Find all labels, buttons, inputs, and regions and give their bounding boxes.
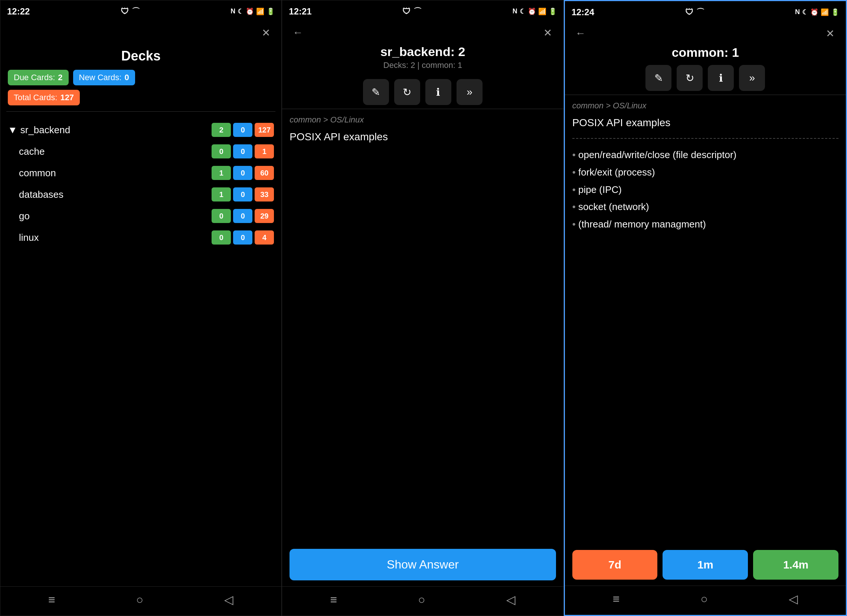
count-due-sr-backend: 2: [212, 123, 231, 137]
screen-decks: 12:22 🛡 ⌒ N ☾ ⏰ 📶 🔋 ✕ Decks Due C: [0, 0, 282, 616]
info-btn-2[interactable]: ℹ: [425, 79, 452, 105]
time-2: 12:21: [289, 6, 311, 17]
deck-item-databases[interactable]: databases 1 0 33: [8, 184, 274, 205]
info-btn-3[interactable]: ℹ: [708, 65, 734, 91]
card-separator-3: [565, 94, 846, 95]
shield-icon: 🛡: [121, 7, 129, 16]
new-cards-badge[interactable]: New Cards: 0: [73, 70, 135, 85]
alarm-icon-2: ⏰: [528, 7, 536, 16]
due-cards-count: 2: [58, 73, 62, 83]
list-item: (thread/ memory managment): [573, 216, 838, 233]
back-btn-2[interactable]: ←: [289, 25, 306, 41]
deck-item-common[interactable]: common 1 0 60: [8, 162, 274, 184]
status-icons-left-2: 🛡 ⌒: [402, 6, 422, 17]
count-total-sr-backend: 127: [255, 123, 274, 137]
edit-btn-3[interactable]: ✎: [645, 65, 671, 91]
signal-icon-3: ⌒: [696, 7, 704, 18]
close-btn-1[interactable]: ✕: [258, 25, 274, 41]
deck-name-cache: cache: [19, 146, 212, 157]
back-icon-2[interactable]: ◁: [506, 592, 515, 607]
card-separator-2: [282, 109, 563, 109]
status-icons-left-3: 🛡 ⌒: [685, 7, 704, 18]
deck-name-common: common: [19, 167, 212, 179]
deck-item-cache[interactable]: cache 0 0 1: [8, 141, 274, 162]
card-question-3: POSIX API examples: [565, 115, 846, 131]
count-due-databases: 1: [212, 187, 231, 202]
total-cards-count: 127: [60, 93, 74, 102]
deck-item-go[interactable]: go 0 0 29: [8, 205, 274, 227]
count-total-go: 29: [255, 209, 274, 223]
signal-icon: ⌒: [132, 6, 140, 17]
menu-icon-1[interactable]: ≡: [48, 593, 55, 607]
deck-item-sr-backend[interactable]: ▼ sr_backend 2 0 127: [8, 119, 274, 141]
deck-counts-linux: 0 0 4: [212, 230, 274, 245]
badges-row: Due Cards: 2 New Cards: 0: [0, 70, 281, 90]
card-breadcrumb-2: common > OS/Linux: [282, 115, 563, 129]
count-total-linux: 4: [255, 230, 274, 245]
deck-counts-common: 1 0 60: [212, 166, 274, 180]
home-icon-1[interactable]: ○: [136, 593, 143, 607]
answer-list: open/read/write/close (file descriptor) …: [573, 146, 838, 233]
card-question-2: POSIX API examples: [282, 129, 563, 145]
count-total-databases: 33: [255, 187, 274, 202]
deck-counts-go: 0 0 29: [212, 209, 274, 223]
home-icon-3[interactable]: ○: [700, 592, 707, 606]
more-btn-2[interactable]: »: [456, 79, 483, 105]
card-deck-title: sr_backend: 2: [282, 44, 563, 59]
menu-icon-3[interactable]: ≡: [613, 592, 620, 606]
screen3-content: common: 1 ✎ ↻ ℹ » common > OS/Linux POSI…: [565, 45, 846, 585]
wifi-icon-3: 📶: [820, 8, 829, 16]
spacing-btn-1-4m[interactable]: 1.4m: [753, 550, 838, 580]
show-answer-btn[interactable]: Show Answer: [289, 549, 556, 581]
back-icon-3[interactable]: ◁: [789, 592, 798, 606]
count-new-cache: 0: [233, 144, 252, 158]
deck-item-linux[interactable]: linux 0 0 4: [8, 227, 274, 248]
screen2-content: sr_backend: 2 Decks: 2 | common: 1 ✎ ↻ ℹ…: [282, 44, 563, 586]
status-bar-1: 12:22 🛡 ⌒ N ☾ ⏰ 📶 🔋: [0, 0, 281, 21]
spacing-buttons: 7d 1m 1.4m: [565, 544, 846, 585]
top-nav-2: ← ✕: [282, 21, 563, 44]
edit-btn-2[interactable]: ✎: [363, 79, 389, 105]
badges-row-2: Total Cards: 127: [0, 90, 281, 110]
deck-counts-sr-backend: 2 0 127: [212, 123, 274, 137]
card-deck-title-3: common: 1: [565, 45, 846, 60]
total-cards-label: Total Cards:: [14, 93, 57, 102]
deck-name-sr-backend: ▼ sr_backend: [8, 124, 212, 136]
time-1: 12:22: [7, 6, 30, 17]
close-btn-3[interactable]: ✕: [822, 25, 838, 41]
due-cards-badge[interactable]: Due Cards: 2: [8, 70, 69, 85]
count-new-sr-backend: 0: [233, 123, 252, 137]
menu-icon-2[interactable]: ≡: [330, 593, 337, 607]
spacing-btn-7d[interactable]: 7d: [573, 550, 658, 580]
refresh-btn-2[interactable]: ↻: [394, 79, 420, 105]
answer-divider: [573, 138, 838, 139]
count-total-cache: 1: [255, 144, 274, 158]
back-icon-1[interactable]: ◁: [224, 592, 233, 607]
count-new-go: 0: [233, 209, 252, 223]
moon-icon: ☾: [238, 7, 243, 16]
home-icon-2[interactable]: ○: [418, 593, 425, 607]
alarm-icon: ⏰: [246, 7, 254, 16]
total-cards-badge[interactable]: Total Cards: 127: [8, 90, 80, 105]
refresh-btn-3[interactable]: ↻: [677, 65, 702, 91]
more-btn-3[interactable]: »: [739, 65, 765, 91]
card-deck-subtitle: Decks: 2 | common: 1: [282, 60, 563, 70]
time-3: 12:24: [572, 7, 594, 18]
battery-icon: 🔋: [267, 7, 274, 16]
spacing-btn-1m[interactable]: 1m: [663, 550, 748, 580]
status-icons-left-1: 🛡 ⌒: [121, 6, 140, 17]
spacer-2: [282, 145, 563, 543]
count-due-linux: 0: [212, 230, 231, 245]
count-total-common: 60: [255, 166, 274, 180]
list-item: pipe (IPC): [573, 181, 838, 199]
deck-name-databases: databases: [19, 189, 212, 200]
list-item: open/read/write/close (file descriptor): [573, 146, 838, 164]
count-new-linux: 0: [233, 230, 252, 245]
card-answer-area: open/read/write/close (file descriptor) …: [565, 131, 846, 337]
close-btn-2[interactable]: ✕: [540, 25, 556, 41]
back-btn-3[interactable]: ←: [573, 25, 589, 41]
screen-card-answer: 12:24 🛡 ⌒ N ☾ ⏰ 📶 🔋 ← ✕ common: 1 ✎ ↻: [564, 0, 847, 616]
action-buttons-3: ✎ ↻ ℹ »: [565, 61, 846, 94]
screen-card-review: 12:21 🛡 ⌒ N ☾ ⏰ 📶 🔋 ← ✕ sr_backend: 2 De…: [282, 0, 564, 616]
status-bar-3: 12:24 🛡 ⌒ N ☾ ⏰ 📶 🔋: [565, 1, 846, 22]
